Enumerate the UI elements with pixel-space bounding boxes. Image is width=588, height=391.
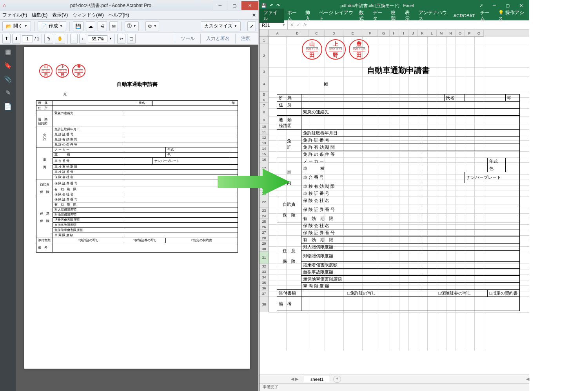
worksheet-content: 山2007.11.13田 上2007.11.13野 豊2007.11.13田 自…	[277, 37, 520, 311]
save-icon[interactable]: 💾	[73, 21, 83, 31]
stamp-2: 上2007.11.13野	[325, 39, 346, 60]
acrobat-menubar: ファイル(F) 編集(E) 表示(V) ウィンドウ(W) ヘルプ(H) ✕	[0, 11, 258, 20]
excel-window: 💾 ↶ ↷ pdf-doc申請書.xls [互換モード] - Excel ⤢ ─…	[259, 0, 529, 391]
expand-icon[interactable]: ⤢	[247, 21, 256, 31]
zoom-out-icon[interactable]: −	[70, 34, 77, 44]
pdf-document: 山2007.11.13田 上2007.11.13野 豊2007.11.13田 自…	[24, 47, 250, 369]
tell-me[interactable]: 💡 操作アシス	[498, 10, 525, 22]
resize-icon[interactable]: ⤢	[474, 1, 488, 10]
excel-title: pdf-doc申請書.xls [互換モード] - Excel	[280, 3, 474, 9]
acrobat-page-view[interactable]: 山2007.11.13田 上2007.11.13野 豊2007.11.13田 自…	[16, 45, 258, 391]
name-box[interactable]: R31▾	[260, 20, 288, 29]
enter-icon[interactable]: ✓	[297, 22, 300, 27]
acrobat-sidebar: ▦ 🔖 📎 ✎ 📄	[0, 45, 16, 391]
undo-icon[interactable]: ↶	[270, 3, 273, 8]
signatures-icon[interactable]: ✎	[5, 89, 11, 96]
sheet-tabs: ◀ ▶ sheet1 + ◀	[260, 375, 529, 383]
svg-marker-0	[218, 169, 290, 195]
excel-ribbon: ファイル ホーム 挿入 ページ レイアウト 数式 データ 校閲 表示 アンテナハ…	[260, 11, 529, 20]
acrobat-window: ⌂ pdf-doc申請書.pdf - Adobe Acrobat Pro ─ ▢…	[0, 0, 259, 391]
salutation: 殿	[324, 81, 520, 87]
form-title: 自動車通勤申請書	[277, 65, 520, 76]
stamp-1: 山2007.11.13田	[39, 64, 53, 78]
menu-edit[interactable]: 編集(E)	[32, 12, 47, 18]
restore-button[interactable]: ▢	[501, 1, 514, 10]
fit-width-icon[interactable]: ⇔	[117, 34, 125, 44]
text-icon[interactable]: Ⓣ▼	[125, 21, 139, 31]
cancel-icon[interactable]: ✕	[290, 22, 294, 27]
stamp-2: 上2007.11.13野	[56, 64, 69, 78]
formula-bar: R31▾ ✕ ✓ fx	[260, 20, 529, 30]
acrobat-nav-toolbar: ⬆ ⬇ / 1 🖱 ✋ − + ▼ ⇔ ▢ ツール 入力と署名 注釈	[0, 33, 258, 45]
menu-window[interactable]: ウィンドウ(W)	[73, 12, 103, 18]
zoom-in-icon[interactable]: +	[79, 34, 86, 44]
application-form: 所 属氏名印 住 所 緊急の連絡先 通 勤 経路図 免 許免許証取得年月日 免 …	[36, 100, 238, 253]
maximize-button[interactable]: ▢	[227, 1, 241, 10]
ribbon-home[interactable]: ホーム	[287, 10, 300, 22]
fx-icon[interactable]: fx	[303, 22, 307, 27]
gear-icon[interactable]: ⚙▼	[145, 21, 159, 31]
menu-help[interactable]: ヘルプ(H)	[109, 12, 129, 18]
menu-view[interactable]: 表示(V)	[52, 12, 68, 18]
minimize-button[interactable]: ─	[488, 1, 501, 10]
zoom-input[interactable]	[88, 35, 107, 42]
mail-icon[interactable]: ✉	[109, 21, 118, 31]
page-number-input[interactable]	[22, 35, 33, 42]
redo-icon[interactable]: ↷	[276, 3, 280, 8]
tab-sign[interactable]: 入力と署名	[200, 34, 235, 44]
tab-annot[interactable]: 注釈	[235, 34, 256, 44]
minimize-button[interactable]: ─	[213, 1, 227, 10]
ribbon-insert[interactable]: 挿入	[305, 10, 314, 22]
ribbon-review[interactable]: 校閲	[391, 10, 399, 22]
save-icon[interactable]: 💾	[261, 3, 267, 8]
bookmarks-icon[interactable]: 🔖	[4, 62, 12, 69]
acrobat-app-icon: ⌂	[0, 3, 9, 8]
hand-tool-icon[interactable]: ✋	[55, 34, 65, 44]
acrobat-toolbar: 📂開く▼ 📄作成▼ 💾 ☁ 🖨 ✉ Ⓣ▼ ⚙▼ カスタマイズ▼ ⤢	[0, 20, 258, 33]
close-button[interactable]: ✕	[241, 1, 258, 10]
print-icon[interactable]: 🖨	[98, 21, 107, 31]
excel-grid[interactable]: 1234567891011121314151617181920212223242…	[260, 30, 529, 375]
conversion-arrow-icon	[218, 169, 290, 195]
thumbnails-icon[interactable]: ▦	[5, 48, 11, 55]
acrobat-title: pdf-doc申請書.pdf - Adobe Acrobat Pro	[9, 2, 213, 9]
menu-close-icon[interactable]: ✕	[252, 13, 256, 18]
ribbon-antenna[interactable]: アンテナハウス	[419, 10, 448, 22]
status-bar: 準備完了	[260, 383, 529, 391]
ribbon-view[interactable]: 表示	[405, 10, 413, 22]
stamp-3: 豊2007.11.13田	[72, 64, 85, 78]
page-total: / 1	[34, 36, 39, 41]
ribbon-layout[interactable]: ページ レイアウト	[319, 10, 354, 22]
sheet-tab[interactable]: sheet1	[304, 376, 330, 382]
create-button[interactable]: 📄作成▼	[38, 21, 66, 31]
add-sheet-button[interactable]: +	[333, 376, 341, 383]
excel-titlebar: 💾 ↶ ↷ pdf-doc申請書.xls [互換モード] - Excel ⤢ ─…	[260, 0, 529, 11]
ribbon-formula[interactable]: 数式	[359, 10, 367, 22]
tab-tools[interactable]: ツール	[175, 34, 200, 44]
close-button[interactable]: ✕	[514, 1, 528, 10]
ribbon-acrobat[interactable]: ACROBAT	[454, 13, 475, 18]
select-all-corner[interactable]	[260, 30, 269, 37]
col-headers[interactable]: ABCDEFGHIJKLMNOPQ	[269, 30, 529, 37]
create-icon: 📄	[41, 24, 47, 29]
form-title: 自動車通勤申請書	[36, 81, 238, 88]
open-button[interactable]: 📂開く▼	[2, 21, 31, 31]
select-tool-icon[interactable]: 🖱	[44, 34, 53, 44]
menu-file[interactable]: ファイル(F)	[2, 12, 27, 18]
pages-icon[interactable]: 📄	[4, 103, 12, 110]
ribbon-team[interactable]: チーム	[480, 10, 493, 22]
attachments-icon[interactable]: 📎	[4, 75, 12, 83]
customize-button[interactable]: カスタマイズ▼	[201, 21, 241, 31]
salutation: 殿	[64, 93, 238, 96]
folder-icon: 📂	[6, 24, 12, 29]
cloud-icon[interactable]: ☁	[86, 21, 95, 31]
ribbon-data[interactable]: データ	[373, 10, 385, 22]
fit-page-icon[interactable]: ▢	[127, 34, 136, 44]
prev-page-icon[interactable]: ⬆	[2, 34, 11, 44]
application-form: 所 属氏名印 住 所 緊急の連絡先 通 勤 経路図 免 許免許証取得年月日 免 …	[277, 94, 520, 311]
stamp-1: 山2007.11.13田	[302, 39, 322, 60]
acrobat-titlebar: ⌂ pdf-doc申請書.pdf - Adobe Acrobat Pro ─ ▢…	[0, 0, 258, 11]
next-page-icon[interactable]: ⬇	[12, 34, 20, 44]
stamp-3: 豊2007.11.13田	[349, 39, 369, 60]
